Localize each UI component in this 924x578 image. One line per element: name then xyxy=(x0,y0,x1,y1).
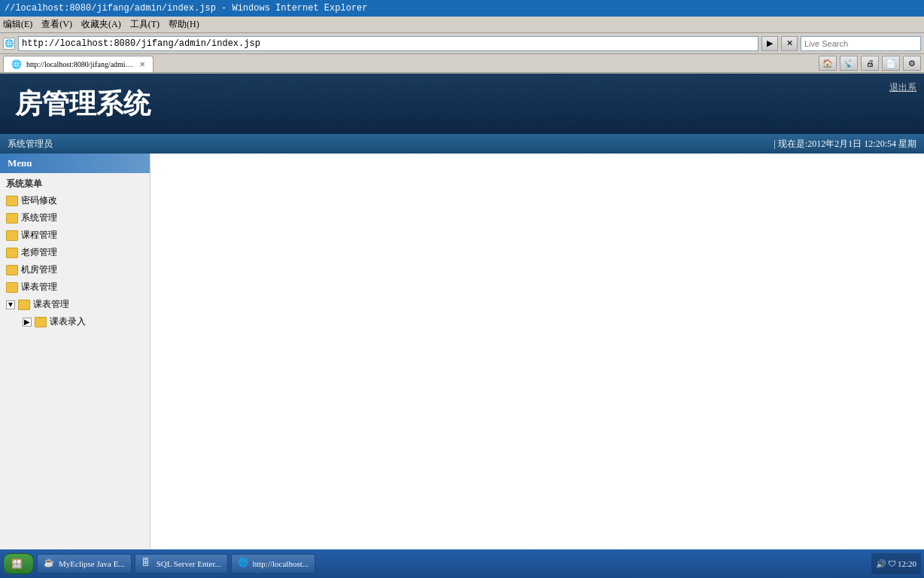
sidebar-section-title: 系统菜单 xyxy=(0,173,150,192)
folder-icon xyxy=(6,282,18,293)
home-button[interactable]: 🏠 xyxy=(819,56,837,71)
menu-edit[interactable]: 编辑(E) xyxy=(3,18,32,31)
folder-icon xyxy=(35,317,47,327)
sidebar-item-system[interactable]: 系统管理 xyxy=(0,209,150,227)
taskbar-item-label: http://localhost... xyxy=(253,559,309,568)
tray-icon-1: 🔊 xyxy=(876,559,886,569)
address-bar: 🌐 ▶ ✕ xyxy=(0,33,924,54)
taskbar-item-label: MyEclipse Java E... xyxy=(59,559,125,568)
folder-icon xyxy=(6,265,18,275)
sidebar-item-course[interactable]: 课程管理 xyxy=(0,227,150,244)
admin-label: 系统管理员 xyxy=(8,138,53,151)
menu-help[interactable]: 帮助(H) xyxy=(169,18,199,31)
app-header: 房管理系统 退出系 xyxy=(0,74,924,134)
page-icon: 🌐 xyxy=(3,38,15,50)
sidebar-item-room[interactable]: 机房管理 xyxy=(0,261,150,278)
main-content: Menu 系统菜单 密码修改 系统管理 课程管理 老师管理 机房管理 课表管理 xyxy=(0,154,924,555)
datetime-label: | 现在是:2012年2月1日 12:20:54 星期 xyxy=(774,138,916,151)
title-bar: //localhost:8080/jifang/admin/index.jsp … xyxy=(0,0,924,17)
browser-title: //localhost:8080/jifang/admin/index.jsp … xyxy=(5,3,367,14)
sidebar-item-schedule-expanded[interactable]: ▼ 课表管理 xyxy=(0,296,150,313)
go-button[interactable]: ▶ xyxy=(761,36,778,51)
sidebar-header: Menu xyxy=(0,154,150,173)
tab-icon: 🌐 xyxy=(11,59,22,69)
logout-button[interactable]: 退出系 xyxy=(889,81,916,94)
system-tray: 🔊 🛡 12:20 xyxy=(871,553,921,574)
taskbar-item-myeclipse[interactable]: ☕ MyEclipse Java E... xyxy=(37,554,132,573)
tab-label: http://localhost:8080/jifang/admin/index… xyxy=(26,60,135,68)
sidebar-item-schedule-entry[interactable]: ▶ 课表录入 xyxy=(0,313,150,330)
sidebar-item-label: 系统管理 xyxy=(21,211,57,224)
toolbar-right: 🏠 📡 🖨 📄 ⚙ xyxy=(819,56,921,72)
page-button[interactable]: 📄 xyxy=(882,56,900,71)
start-icon: 🪟 xyxy=(11,558,23,570)
sidebar-item-label: 课程管理 xyxy=(21,229,57,242)
sidebar-item-label: 课表管理 xyxy=(21,281,57,294)
tray-icon-2: 🛡 xyxy=(888,559,896,568)
admin-status-bar: 系统管理员 | 现在是:2012年2月1日 12:20:54 星期 xyxy=(0,134,924,154)
content-area xyxy=(150,154,924,555)
eclipse-icon: ☕ xyxy=(44,558,56,570)
iframe-content xyxy=(150,154,924,555)
tray-time: 12:20 xyxy=(898,559,916,568)
ie-icon: 🌐 xyxy=(238,558,250,570)
sidebar-item-label: 机房管理 xyxy=(21,263,57,276)
taskbar-item-label: SQL Server Enter... xyxy=(157,559,221,568)
taskbar-item-ie[interactable]: 🌐 http://localhost... xyxy=(231,554,315,573)
sql-icon: 🗄 xyxy=(141,558,153,570)
folder-icon xyxy=(18,300,30,310)
sidebar-item-label: 课表管理 xyxy=(33,298,69,311)
sidebar-item-schedule[interactable]: 课表管理 xyxy=(0,278,150,296)
tab-close-button[interactable]: ✕ xyxy=(139,60,145,68)
menu-tools[interactable]: 工具(T) xyxy=(130,18,160,31)
sidebar-item-label: 课表录入 xyxy=(50,315,86,328)
menu-favorites[interactable]: 收藏夹(A) xyxy=(81,18,121,31)
taskbar-item-sqlserver[interactable]: 🗄 SQL Server Enter... xyxy=(135,554,228,573)
taskbar-right: 🔊 🛡 12:20 xyxy=(871,553,921,574)
sidebar-item-password[interactable]: 密码修改 xyxy=(0,192,150,209)
start-button[interactable]: 🪟 xyxy=(3,553,34,574)
folder-icon xyxy=(6,196,18,206)
address-input[interactable] xyxy=(18,36,758,51)
sidebar-item-label: 老师管理 xyxy=(21,246,57,259)
rss-button[interactable]: 📡 xyxy=(840,56,858,71)
taskbar: 🪟 ☕ MyEclipse Java E... 🗄 SQL Server Ent… xyxy=(0,549,924,578)
tab-bar: 🌐 http://localhost:8080/jifang/admin/ind… xyxy=(0,54,924,74)
browser-tab[interactable]: 🌐 http://localhost:8080/jifang/admin/ind… xyxy=(3,56,153,72)
sidebar: Menu 系统菜单 密码修改 系统管理 课程管理 老师管理 机房管理 课表管理 xyxy=(0,154,150,555)
folder-icon xyxy=(6,230,18,241)
folder-icon xyxy=(6,213,18,224)
menu-bar: 编辑(E) 查看(V) 收藏夹(A) 工具(T) 帮助(H) xyxy=(0,17,924,33)
sidebar-item-teacher[interactable]: 老师管理 xyxy=(0,244,150,261)
sidebar-header-label: Menu xyxy=(8,157,32,169)
sidebar-item-label: 密码修改 xyxy=(21,194,57,207)
menu-view[interactable]: 查看(V) xyxy=(41,18,72,31)
print-button[interactable]: 🖨 xyxy=(861,56,879,71)
tools-button[interactable]: ⚙ xyxy=(903,56,921,71)
expand-button[interactable]: ▶ xyxy=(23,318,32,327)
collapse-button[interactable]: ▼ xyxy=(6,300,15,309)
app-title: 房管理系统 xyxy=(15,86,150,123)
folder-icon xyxy=(6,248,18,258)
search-input[interactable] xyxy=(801,36,921,51)
refresh-button[interactable]: ✕ xyxy=(781,36,798,51)
